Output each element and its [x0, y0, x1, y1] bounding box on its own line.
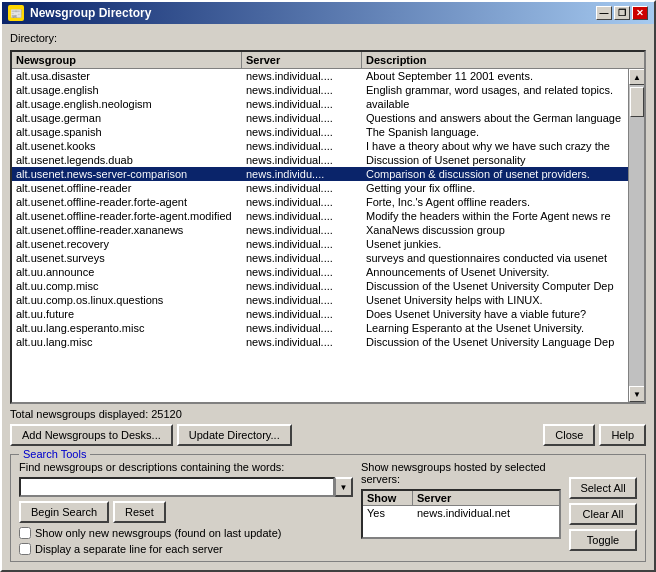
reset-button[interactable]: Reset — [113, 501, 166, 523]
td-description: Getting your fix offline. — [362, 181, 628, 195]
td-server: news.individual.... — [242, 97, 362, 111]
td-server: news.individual.... — [242, 265, 362, 279]
scroll-thumb[interactable] — [630, 87, 644, 117]
td-server: news.individual.... — [242, 237, 362, 251]
table-row[interactable]: alt.uu.comp.os.linux.questions news.indi… — [12, 293, 628, 307]
td-newsgroup: alt.usenet.kooks — [12, 139, 242, 153]
table-row[interactable]: alt.usage.english news.individual.... En… — [12, 83, 628, 97]
window-title: Newsgroup Directory — [30, 6, 151, 20]
table-row[interactable]: alt.uu.comp.misc news.individual.... Dis… — [12, 279, 628, 293]
minimize-button[interactable]: — — [596, 6, 612, 20]
td-newsgroup: alt.uu.lang.esperanto.misc — [12, 321, 242, 335]
table-row[interactable]: alt.usenet.legends.duab news.individual.… — [12, 153, 628, 167]
table-body: alt.usa.disaster news.individual.... Abo… — [12, 69, 628, 402]
td-server: news.individual.... — [242, 251, 362, 265]
restore-button[interactable]: ❐ — [614, 6, 630, 20]
td-newsgroup: alt.uu.comp.os.linux.questions — [12, 293, 242, 307]
main-button-row: Add Newsgroups to Desks... Update Direct… — [10, 424, 646, 446]
table-row[interactable]: alt.usenet.offline-reader.xananews news.… — [12, 223, 628, 237]
close-window-button[interactable]: ✕ — [632, 6, 648, 20]
table-row[interactable]: alt.uu.announce news.individual.... Anno… — [12, 265, 628, 279]
td-server: news.individual.... — [242, 181, 362, 195]
search-tools-legend: Search Tools — [19, 448, 90, 460]
server-row[interactable]: Yes news.individual.net — [363, 506, 559, 520]
server-show-value: Yes — [363, 506, 413, 520]
search-right: Show newsgroups hosted by selected serve… — [361, 461, 561, 555]
server-header-server: Server — [413, 491, 559, 505]
td-newsgroup: alt.usage.spanish — [12, 125, 242, 139]
begin-search-button[interactable]: Begin Search — [19, 501, 109, 523]
server-name-value: news.individual.net — [413, 506, 559, 520]
right-buttons: Select All Clear All Toggle — [569, 461, 637, 555]
table-row[interactable]: alt.usenet.offline-reader news.individua… — [12, 181, 628, 195]
td-newsgroup: alt.usenet.news-server-comparison — [12, 167, 242, 181]
td-newsgroup: alt.usa.disaster — [12, 69, 242, 83]
table-row[interactable]: alt.uu.lang.esperanto.misc news.individu… — [12, 321, 628, 335]
td-server: news.individual.... — [242, 111, 362, 125]
td-server: news.individual.... — [242, 125, 362, 139]
td-newsgroup: alt.usage.german — [12, 111, 242, 125]
window-icon: 📰 — [8, 5, 24, 21]
separate-line-checkbox[interactable] — [19, 543, 31, 555]
update-directory-button[interactable]: Update Directory... — [177, 424, 292, 446]
table-row[interactable]: alt.usenet.news-server-comparison news.i… — [12, 167, 628, 181]
td-server: news.individual.... — [242, 209, 362, 223]
title-bar: 📰 Newsgroup Directory — ❐ ✕ — [2, 2, 654, 24]
search-btn-row: Begin Search Reset — [19, 501, 353, 523]
td-description: XanaNews discussion group — [362, 223, 628, 237]
td-description: About September 11 2001 events. — [362, 69, 628, 83]
td-description: Discussion of the Usenet University Lang… — [362, 335, 628, 349]
td-description: The Spanish language. — [362, 125, 628, 139]
close-button[interactable]: Close — [543, 424, 595, 446]
table-row[interactable]: alt.usage.german news.individual.... Que… — [12, 111, 628, 125]
table-row[interactable]: alt.usa.disaster news.individual.... Abo… — [12, 69, 628, 83]
show-only-new-label: Show only new newsgroups (found on last … — [35, 527, 281, 539]
directory-label: Directory: — [10, 32, 646, 44]
td-description: Does Usenet University have a viable fut… — [362, 307, 628, 321]
search-dropdown-button[interactable]: ▼ — [335, 477, 353, 497]
td-server: news.individual.... — [242, 307, 362, 321]
select-all-button[interactable]: Select All — [569, 477, 637, 499]
total-count: Total newsgroups displayed: 25120 — [10, 408, 646, 420]
main-window: 📰 Newsgroup Directory — ❐ ✕ Directory: N… — [0, 0, 656, 572]
scroll-up-button[interactable]: ▲ — [629, 69, 644, 85]
td-newsgroup: alt.usenet.recovery — [12, 237, 242, 251]
header-server: Server — [242, 52, 362, 68]
search-input[interactable] — [19, 477, 335, 497]
td-server: news.individual.... — [242, 83, 362, 97]
clear-all-button[interactable]: Clear All — [569, 503, 637, 525]
td-newsgroup: alt.usenet.offline-reader.forte-agent — [12, 195, 242, 209]
scroll-track — [629, 85, 644, 386]
add-newsgroups-button[interactable]: Add Newsgroups to Desks... — [10, 424, 173, 446]
table-row[interactable]: alt.usage.spanish news.individual.... Th… — [12, 125, 628, 139]
td-server: news.individual.... — [242, 293, 362, 307]
td-server: news.individu.... — [242, 167, 362, 181]
table-row[interactable]: alt.uu.lang.misc news.individual.... Dis… — [12, 335, 628, 349]
help-button[interactable]: Help — [599, 424, 646, 446]
table-row[interactable]: alt.usenet.offline-reader.forte-agent ne… — [12, 195, 628, 209]
title-buttons: — ❐ ✕ — [596, 6, 648, 20]
server-header-show: Show — [363, 491, 413, 505]
window-content: Directory: Newsgroup Server Description … — [2, 24, 654, 570]
table-row[interactable]: alt.uu.future news.individual.... Does U… — [12, 307, 628, 321]
newsgroup-table: Newsgroup Server Description alt.usa.dis… — [10, 50, 646, 404]
td-newsgroup: alt.usage.english.neologism — [12, 97, 242, 111]
toggle-button[interactable]: Toggle — [569, 529, 637, 551]
table-row[interactable]: alt.usenet.recovery news.individual.... … — [12, 237, 628, 251]
table-header: Newsgroup Server Description — [12, 52, 644, 69]
show-only-new-checkbox[interactable] — [19, 527, 31, 539]
scrollbar[interactable]: ▲ ▼ — [628, 69, 644, 402]
td-newsgroup: alt.usenet.offline-reader.forte-agent.mo… — [12, 209, 242, 223]
server-table: Show Server Yes news.individual.net — [361, 489, 561, 539]
td-description: Discussion of Usenet personality — [362, 153, 628, 167]
scroll-down-button[interactable]: ▼ — [629, 386, 644, 402]
td-newsgroup: alt.usenet.offline-reader — [12, 181, 242, 195]
server-table-header: Show Server — [363, 491, 559, 506]
td-description: English grammar, word usages, and relate… — [362, 83, 628, 97]
table-row[interactable]: alt.usenet.offline-reader.forte-agent.mo… — [12, 209, 628, 223]
td-description: surveys and questionnaires conducted via… — [362, 251, 628, 265]
td-description: Modify the headers within the Forte Agen… — [362, 209, 628, 223]
table-row[interactable]: alt.usage.english.neologism news.individ… — [12, 97, 628, 111]
table-row[interactable]: alt.usenet.kooks news.individual.... I h… — [12, 139, 628, 153]
table-row[interactable]: alt.usenet.surveys news.individual.... s… — [12, 251, 628, 265]
